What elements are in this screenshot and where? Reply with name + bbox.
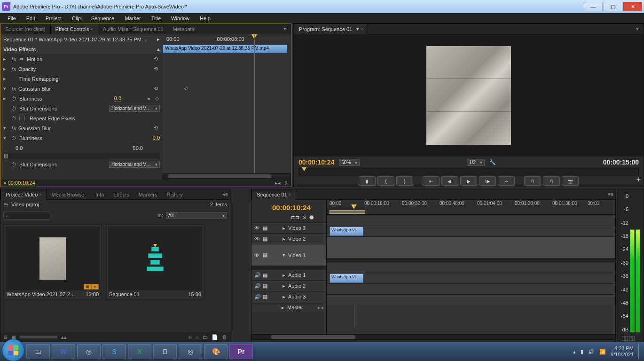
close-tab-icon[interactable]: × <box>361 27 363 31</box>
track-v3-label[interactable]: Video 3 <box>288 225 306 231</box>
clip-video2[interactable]: WhatsApp Vi <box>330 227 363 236</box>
ec-footer-timecode[interactable]: 00:00:10:24 <box>8 180 35 186</box>
clip-audio2[interactable]: WhatsApp Vi <box>330 274 363 283</box>
speaker-icon[interactable]: 🔊 <box>254 294 260 300</box>
track-a2[interactable]: WhatsApp Vi <box>327 273 615 283</box>
tray-volume-icon[interactable]: 🔊 <box>588 349 595 355</box>
track-v3[interactable] <box>327 215 615 226</box>
collapse-icon[interactable]: ▴ <box>157 46 160 52</box>
project-item-sequence[interactable]: Sequence 0115:00 <box>106 224 204 299</box>
delete-icon[interactable]: 🗑 <box>222 334 227 340</box>
track-v1-label[interactable]: Video 1 <box>288 252 306 258</box>
close-button[interactable]: ✕ <box>623 2 642 11</box>
step-back-button[interactable]: ◀Ⅰ <box>441 176 458 186</box>
export-frame-button[interactable]: 📷 <box>562 176 579 186</box>
menu-file[interactable]: File <box>3 15 21 22</box>
effect-timeline[interactable]: 00:0000:00:08:00 WhatsApp Video 2021-07-… <box>163 34 291 179</box>
eye-icon[interactable]: 👁 <box>254 236 260 242</box>
taskbar-skype[interactable]: S <box>102 344 126 359</box>
automate-icon[interactable]: ⎋ <box>188 334 192 340</box>
expand-icon[interactable]: ▸ <box>282 305 284 311</box>
motion-label[interactable]: Motion <box>27 56 149 62</box>
stopwatch-icon[interactable]: ⏱ <box>11 116 16 121</box>
solo-right-button[interactable]: S <box>629 336 635 341</box>
menu-help[interactable]: Help <box>195 15 215 22</box>
start-button[interactable] <box>2 339 24 361</box>
tray-network-icon[interactable]: 📶 <box>599 349 606 355</box>
program-viewport[interactable] <box>294 34 644 157</box>
track-v2-label[interactable]: Video 2 <box>288 236 306 242</box>
zoom-dropdown[interactable]: 50% <box>339 159 360 166</box>
blurriness-value[interactable]: 0.0 <box>114 95 121 102</box>
menu-title[interactable]: Title <box>147 15 165 22</box>
timeline-tracks-area[interactable]: 00:00 00:00:16:00 00:00:32:00 00:00:48:0… <box>327 200 615 334</box>
taskbar-explorer[interactable]: 🗂 <box>26 344 50 359</box>
speaker-icon[interactable]: 🔊 <box>254 283 260 289</box>
blurriness-slider[interactable] <box>3 153 160 159</box>
timeline-hscroll[interactable] <box>251 334 615 340</box>
menu-project[interactable]: Project <box>41 15 66 22</box>
track-master-label[interactable]: Master <box>287 305 303 310</box>
resolution-dropdown[interactable]: 1/2 <box>467 159 485 166</box>
stopwatch-icon[interactable]: ⏱ <box>11 162 16 167</box>
panel-menu-icon[interactable]: ▾≡ <box>636 26 642 32</box>
minimize-button[interactable]: — <box>584 2 603 11</box>
tab-sequence[interactable]: Sequence 01× <box>251 189 296 200</box>
expand-icon[interactable]: ▸ <box>283 272 285 278</box>
stopwatch-icon[interactable]: ⏱ <box>11 135 16 141</box>
keyframe-icon[interactable]: ◇ <box>184 85 188 91</box>
sort-icon[interactable]: ▴▴ <box>61 334 67 340</box>
expand-icon[interactable]: ▸ <box>283 283 285 289</box>
stopwatch-icon[interactable]: ⏱ <box>11 106 16 111</box>
ec-hscroll[interactable] <box>163 173 291 179</box>
track-master[interactable] <box>327 294 615 305</box>
blurriness2-value[interactable]: 0.0 <box>153 135 160 141</box>
button-editor-icon[interactable]: + <box>636 175 641 184</box>
blur-dim2-dropdown[interactable]: Horizontal and V… <box>109 161 160 168</box>
lock-icon[interactable]: ▦ <box>263 225 267 231</box>
linked-sel-icon[interactable]: ⊙ <box>302 214 306 220</box>
taskbar-paint[interactable]: 🎨 <box>204 344 228 359</box>
taskbar-excel[interactable]: X <box>128 344 151 359</box>
add-marker-button[interactable]: ▮ <box>359 176 376 186</box>
menu-window[interactable]: Window <box>166 15 194 22</box>
expand-icon[interactable]: ▸ <box>3 66 8 72</box>
extract-button[interactable]: ⎙ <box>543 176 560 186</box>
tab-project[interactable]: Project: Video× <box>0 189 47 200</box>
wrench-icon[interactable]: 🔧 <box>489 159 496 165</box>
eye-icon[interactable]: 👁 <box>254 252 260 258</box>
close-tab-icon[interactable]: × <box>39 192 41 197</box>
program-scrubber[interactable] <box>298 168 639 175</box>
program-timecode[interactable]: 00:00:10:24 <box>298 158 334 166</box>
speaker-icon[interactable]: 🔊 <box>254 272 260 278</box>
show-desktop-button[interactable] <box>638 344 642 359</box>
maximize-button[interactable]: ▢ <box>604 2 622 11</box>
taskbar-chrome2[interactable]: ◎ <box>179 344 202 359</box>
reset-icon[interactable]: ⟲ <box>151 125 160 131</box>
ec-clip-bar[interactable]: WhatsApp Video 2021-07-29 at 12.38.35 PM… <box>163 45 287 53</box>
track-a2-label[interactable]: Audio 2 <box>288 283 306 289</box>
panel-menu-icon[interactable]: ▾≡ <box>608 191 613 197</box>
taskbar-premiere[interactable]: Pr <box>229 344 253 359</box>
tab-program[interactable]: Program: Sequence 01 ▾× <box>294 24 368 34</box>
lift-button[interactable]: ⎙ <box>524 176 541 186</box>
blur-dim-dropdown[interactable]: Horizontal and V… <box>109 105 160 112</box>
collapse-icon[interactable]: ▾ <box>3 125 8 131</box>
reset-icon[interactable]: ⟲ <box>151 66 160 72</box>
project-item-video[interactable]: ▦≋ WhatsApp Video 2021-07-2…15:00 <box>3 224 102 299</box>
track-v1[interactable] <box>327 236 615 258</box>
expand-icon[interactable]: ▸ <box>3 95 8 102</box>
collapse-icon[interactable]: ▾ <box>283 252 285 258</box>
menu-marker[interactable]: Marker <box>120 15 145 22</box>
repeat-edge-checkbox[interactable] <box>19 116 25 121</box>
taskbar-clock[interactable]: 4:23 PM 9/10/2021 <box>611 345 634 358</box>
tab-effect-controls[interactable]: Effect Controls× <box>50 24 98 34</box>
new-item-icon[interactable]: 📄 <box>212 334 218 340</box>
list-view-icon[interactable]: ≣ <box>3 334 8 340</box>
new-bin-icon[interactable]: 🗀 <box>203 334 208 340</box>
panel-menu-icon[interactable]: ◂≡ <box>222 191 228 197</box>
track-a1-label[interactable]: Audio 1 <box>288 272 306 278</box>
chevron-down-icon[interactable]: ▾ <box>356 26 359 32</box>
ec-footer-icons[interactable]: ▸◂ ⎘ <box>275 180 288 186</box>
track-a3-label[interactable]: Audio 3 <box>288 294 306 299</box>
